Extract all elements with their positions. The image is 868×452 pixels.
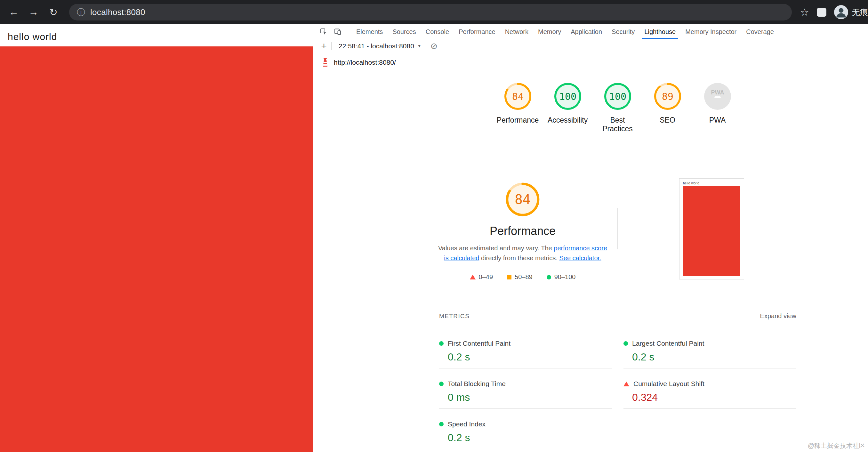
report-select-dropdown[interactable]: 22:58:41 - localhost:8080 ▼ — [335, 42, 425, 50]
address-bar[interactable]: ⓘ localhost:8080 — [69, 4, 792, 21]
address-url: localhost:8080 — [90, 7, 145, 17]
watermark-text: @稀土掘金技术社区 — [808, 442, 865, 450]
tab-network[interactable]: Network — [500, 24, 533, 39]
pass-circle-icon — [547, 275, 551, 279]
person-icon — [834, 5, 848, 19]
device-toolbar-icon[interactable] — [332, 26, 343, 37]
score-gauge-seo[interactable]: 89 SEO — [648, 82, 687, 133]
description-text: Values are estimated and may vary. The — [438, 245, 554, 251]
score-legend: 0–49 50–89 90–100 — [436, 273, 609, 281]
score-label: SEO — [660, 116, 675, 124]
metric-speed-index: Speed Index 0.2 s — [439, 416, 612, 449]
category-title: Performance — [459, 224, 587, 238]
performance-category-gauge: 84 — [505, 181, 540, 217]
tab-performance[interactable]: Performance — [454, 24, 500, 39]
metric-name: Largest Contentful Paint — [632, 340, 704, 347]
svg-text:100: 100 — [609, 91, 626, 102]
fail-triangle-icon — [623, 382, 629, 386]
legend-range: 50–89 — [515, 273, 533, 281]
svg-text:PWA: PWA — [711, 89, 724, 96]
metric-name: First Contentful Paint — [448, 340, 510, 347]
back-icon[interactable]: ← — [6, 5, 21, 20]
toolbar-right-cluster: ☆ 无痕 — [800, 5, 868, 19]
score-gauge-performance[interactable]: 84 Performance — [499, 82, 537, 133]
pass-circle-icon — [439, 422, 443, 426]
svg-text:89: 89 — [661, 91, 673, 102]
profile-avatar[interactable] — [834, 5, 848, 19]
header-vertical-divider — [617, 208, 618, 249]
inspect-element-icon[interactable] — [318, 26, 329, 37]
pass-circle-icon — [623, 341, 628, 346]
new-report-icon[interactable]: + — [318, 41, 329, 52]
legend-pass: 90–100 — [547, 273, 576, 281]
tab-memory-inspector[interactable]: Memory Inspector — [680, 24, 741, 39]
report-select-label: 22:58:41 - localhost:8080 — [339, 42, 414, 50]
page-screenshot-thumbnail: hello world — [679, 178, 744, 279]
chevron-down-icon: ▼ — [417, 43, 422, 48]
category-description: Values are estimated and may vary. The p… — [436, 243, 609, 263]
metric-first-contentful-paint: First Contentful Paint 0.2 s — [439, 335, 612, 368]
score-label: Best Practices — [598, 116, 637, 133]
metric-cumulative-layout-shift: Cumulative Layout Shift 0.324 — [623, 375, 796, 409]
metrics-section: METRICS Expand view First Contentful Pai… — [439, 312, 796, 452]
toolbar-divider — [348, 28, 348, 36]
score-gauge-accessibility[interactable]: 100 Accessibility — [549, 82, 587, 133]
side-panel-icon[interactable] — [817, 8, 827, 17]
report-header: http://localhost:8080/ — [313, 53, 868, 72]
description-text: directly from these metrics. — [479, 254, 559, 262]
metric-value: 0.2 s — [632, 351, 796, 363]
metric-value: 0.2 s — [448, 351, 612, 363]
pass-circle-icon — [439, 341, 443, 346]
thumbnail-heading-text: hello world — [683, 181, 740, 185]
see-calculator-link[interactable]: See calculator. — [559, 254, 601, 262]
forward-icon[interactable]: → — [26, 5, 41, 20]
thumbnail-red-block — [683, 186, 740, 276]
reload-icon[interactable]: ↻ — [46, 5, 61, 20]
metric-value: 0.324 — [632, 392, 796, 403]
toolbar-divider — [331, 42, 332, 50]
svg-text:100: 100 — [559, 91, 576, 102]
red-content-block — [0, 47, 313, 452]
browser-toolbar: ← → ↻ ⓘ localhost:8080 ☆ 无痕 — [0, 0, 868, 24]
metric-largest-contentful-paint: Largest Contentful Paint 0.2 s — [623, 335, 796, 368]
score-gauge-best-practices[interactable]: 100 Best Practices — [598, 82, 637, 133]
metrics-header: METRICS — [439, 313, 469, 320]
devtools-tab-bar: Elements Sources Console Performance Net… — [313, 24, 868, 39]
bookmark-star-icon[interactable]: ☆ — [800, 6, 809, 18]
svg-text:84: 84 — [512, 91, 523, 102]
expand-view-button[interactable]: Expand view — [760, 312, 796, 320]
profile-name-label: 无痕 — [852, 7, 868, 18]
tab-elements[interactable]: Elements — [351, 24, 388, 39]
metric-name: Speed Index — [448, 420, 486, 428]
devtools-panel: Elements Sources Console Performance Net… — [313, 24, 868, 452]
legend-range: 0–49 — [479, 273, 493, 281]
tab-sources[interactable]: Sources — [388, 24, 421, 39]
lighthouse-icon — [321, 58, 329, 67]
tab-security[interactable]: Security — [607, 24, 640, 39]
pass-circle-icon — [439, 382, 443, 386]
page-heading-text: hello world — [8, 31, 313, 42]
tab-coverage[interactable]: Coverage — [741, 24, 779, 39]
tab-lighthouse[interactable]: Lighthouse — [640, 24, 680, 39]
score-label: PWA — [709, 116, 726, 124]
report-url-text: http://localhost:8080/ — [334, 59, 396, 66]
lighthouse-toolbar: + 22:58:41 - localhost:8080 ▼ ⊘ — [313, 39, 868, 53]
tab-console[interactable]: Console — [421, 24, 454, 39]
legend-fail: 0–49 — [470, 273, 493, 281]
clear-reports-icon[interactable]: ⊘ — [431, 41, 438, 51]
score-gauges-row: 84 Performance 100 Accessibility 100 Bes… — [313, 82, 868, 133]
tab-application[interactable]: Application — [566, 24, 607, 39]
metric-value: 0.2 s — [448, 432, 612, 444]
site-info-icon[interactable]: ⓘ — [77, 7, 85, 18]
metrics-right-column: Largest Contentful Paint 0.2 s Cumulativ… — [623, 335, 796, 452]
svg-text:84: 84 — [515, 192, 530, 207]
metrics-left-column: First Contentful Paint 0.2 s Total Block… — [439, 335, 612, 452]
score-gauge-pwa[interactable]: PWA PWA — [699, 82, 737, 133]
section-divider — [313, 148, 868, 148]
score-label: Accessibility — [548, 116, 588, 124]
legend-range: 90–100 — [554, 273, 576, 281]
tab-memory[interactable]: Memory — [533, 24, 566, 39]
average-square-icon — [507, 275, 512, 279]
legend-average: 50–89 — [507, 273, 533, 281]
metric-total-blocking-time: Total Blocking Time 0 ms — [439, 375, 612, 409]
